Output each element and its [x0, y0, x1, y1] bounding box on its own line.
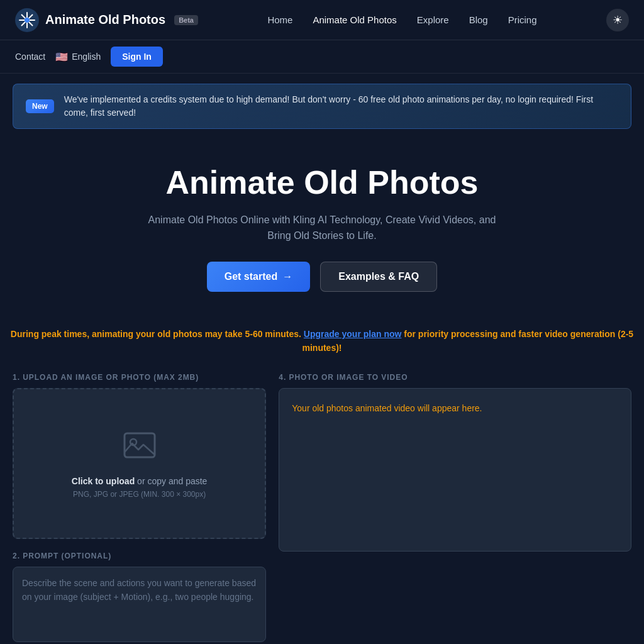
app-logo-icon [15, 8, 39, 32]
upload-format: PNG, JPG or JPEG (MIN. 300 × 300px) [73, 490, 206, 499]
navbar-nav: Home Animate Old Photos Explore Blog Pri… [267, 14, 536, 25]
beta-badge: Beta [174, 15, 198, 25]
get-started-button[interactable]: Get started → [207, 262, 310, 292]
subnav: Contact 🇺🇸 English Sign In [0, 40, 644, 74]
language-label: English [72, 52, 101, 62]
peak-prefix: During peak times, animating your old ph… [11, 329, 304, 339]
theme-toggle-button[interactable]: ☀ [606, 9, 629, 31]
prompt-textarea[interactable] [13, 567, 266, 642]
right-panel: 4. PHOTO OR IMAGE TO VIDEO Your old phot… [279, 373, 631, 644]
sun-icon: ☀ [613, 13, 623, 27]
brand: Animate Old Photos Beta [15, 8, 198, 32]
upload-area[interactable]: Click to upload or copy and paste PNG, J… [13, 388, 266, 539]
peak-notice: During peak times, animating your old ph… [0, 327, 644, 355]
navbar-right: ☀ [606, 9, 629, 31]
arrow-icon: → [282, 271, 292, 282]
brand-name: Animate Old Photos [45, 13, 165, 27]
upload-icon-container [122, 428, 157, 466]
nav-explore[interactable]: Explore [417, 14, 449, 25]
video-output-area: Your old photos animated video will appe… [279, 388, 631, 552]
upload-label: Click to upload or copy and paste [72, 476, 208, 486]
hero-title: Animate Old Photos [13, 164, 631, 202]
upload-section-label: 1. UPLOAD AN IMAGE OR PHOTO (MAX 2MB) [13, 373, 266, 382]
video-section-label: 4. PHOTO OR IMAGE TO VIDEO [279, 373, 631, 382]
get-started-label: Get started [225, 271, 277, 282]
nav-blog[interactable]: Blog [469, 14, 488, 25]
navbar: Animate Old Photos Beta Home Animate Old… [0, 0, 644, 40]
language-selector[interactable]: 🇺🇸 English [55, 51, 101, 63]
examples-faq-button[interactable]: Examples & FAQ [320, 262, 437, 292]
flag-icon: 🇺🇸 [55, 51, 68, 63]
hero-buttons: Get started → Examples & FAQ [13, 262, 631, 292]
new-badge: New [26, 99, 54, 113]
video-placeholder-text: Your old photos animated video will appe… [292, 401, 482, 415]
nav-animate[interactable]: Animate Old Photos [313, 14, 396, 25]
upload-image-icon [122, 428, 157, 464]
hero-subtitle: Animate Old Photos Online with Kling AI … [146, 212, 498, 244]
prompt-section-label: 2. PROMPT (OPTIONAL) [13, 552, 266, 560]
announcement-banner: New We've implemented a credits system d… [13, 84, 631, 129]
svg-point-5 [25, 18, 30, 23]
nav-home[interactable]: Home [267, 14, 292, 25]
hero-section: Animate Old Photos Animate Old Photos On… [0, 139, 644, 327]
contact-link[interactable]: Contact [15, 52, 45, 62]
main-content: 1. UPLOAD AN IMAGE OR PHOTO (MAX 2MB) Cl… [0, 373, 644, 644]
left-panel: 1. UPLOAD AN IMAGE OR PHOTO (MAX 2MB) Cl… [13, 373, 266, 644]
announcement-text: We've implemented a credits system due t… [64, 93, 618, 119]
upgrade-link[interactable]: Upgrade your plan now [304, 329, 402, 339]
nav-pricing[interactable]: Pricing [508, 14, 537, 25]
svg-rect-6 [125, 433, 155, 457]
sign-in-button[interactable]: Sign In [111, 47, 163, 67]
